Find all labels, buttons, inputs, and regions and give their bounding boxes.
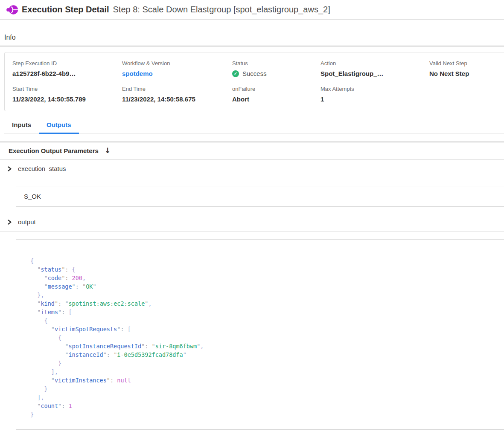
params-list: execution_status S_OK output { "status":…	[0, 160, 504, 434]
arrow-down-icon[interactable]: ↓	[105, 147, 111, 154]
info-field-label: Start Time	[12, 85, 122, 93]
info-heading: Info	[4, 34, 504, 41]
info-field: Valid Next Step No Next Step	[429, 60, 504, 78]
page-header: Execution Step Detail Step 8: Scale Down…	[0, 0, 504, 19]
info-field-value: ✓ Success	[232, 69, 320, 78]
chevron-right-icon	[7, 166, 12, 172]
info-field-value: Abort	[232, 95, 320, 103]
tabs: Inputs Outputs	[4, 117, 504, 133]
info-field: End Time 11/23/2022, 14:50:58.675	[122, 85, 232, 103]
page-subtitle: Step 8: Scale Down Elastgroup [spot_elas…	[113, 5, 330, 14]
chevron-right-icon	[7, 219, 12, 225]
info-field-label: Max Attempts	[320, 85, 429, 93]
info-field-value-text: 1	[320, 95, 324, 103]
info-field: Action Spot_Elastigroup_…	[320, 60, 429, 78]
info-field: Max Attempts 1	[320, 85, 429, 103]
param-block: output { "status": { "code": 200, "messa…	[0, 213, 504, 434]
info-field-label: Step Execution ID	[12, 60, 122, 67]
info-field: Status ✓ Success	[232, 60, 320, 78]
param-name: execution_status	[18, 165, 66, 172]
info-field-label: Status	[232, 60, 320, 67]
info-field-value: 11/23/2022, 14:50:58.675	[122, 95, 232, 103]
info-field: Step Execution ID a125728f-6b22-4b9…	[12, 60, 122, 78]
info-field-value: 11/23/2022, 14:50:55.789	[12, 95, 122, 103]
param-value-wrap: { "status": { "code": 200, "message": "O…	[0, 231, 504, 434]
info-field-label: Workflow & Version	[122, 60, 232, 67]
info-field-label: End Time	[122, 85, 232, 93]
info-field-value-text: 11/23/2022, 14:50:55.789	[12, 95, 86, 103]
info-field-value-text: 11/23/2022, 14:50:58.675	[122, 95, 195, 103]
param-block: execution_status S_OK	[0, 160, 504, 213]
info-field-value-text[interactable]: spotdemo	[122, 69, 153, 78]
success-status-icon: ✓	[232, 70, 239, 77]
info-divider	[0, 46, 504, 46]
info-field-label: Action	[320, 60, 429, 67]
info-field-value: Spot_Elastigroup_…	[320, 69, 429, 78]
info-field-value: a125728f-6b22-4b9…	[12, 69, 122, 78]
info-field-value-text: Success	[242, 69, 267, 78]
param-name: output	[18, 218, 36, 226]
info-field-label: Valid Next Step	[429, 60, 504, 67]
info-field: Start Time 11/23/2022, 14:50:55.789	[12, 85, 122, 103]
json-output-code: { "status": { "code": 200, "message": "O…	[30, 257, 504, 419]
param-value-wrap: S_OK	[0, 178, 504, 213]
info-field-value-text: No Next Step	[429, 69, 469, 78]
info-field-value-text: Abort	[232, 95, 249, 103]
param-value-box: S_OK	[16, 186, 504, 207]
param-header-execution_status[interactable]: execution_status	[0, 160, 504, 178]
info-field: Workflow & Version spotdemo	[122, 60, 232, 78]
info-field-value: spotdemo	[122, 69, 232, 78]
param-header-output[interactable]: output	[0, 213, 504, 231]
output-parameters-title: Execution Output Parameters	[9, 147, 99, 154]
page-title: Execution Step Detail	[22, 5, 109, 14]
param-value-box: { "status": { "code": 200, "message": "O…	[16, 239, 504, 430]
info-field-value-text: Spot_Elastigroup_…	[320, 69, 384, 78]
info-field-value: 1	[320, 95, 429, 103]
spot-logo-icon	[6, 5, 18, 15]
info-card: Step Execution ID a125728f-6b22-4b9… Wor…	[4, 52, 504, 111]
header-divider	[0, 19, 504, 20]
tab-outputs[interactable]: Outputs	[39, 117, 79, 134]
tab-inputs[interactable]: Inputs	[4, 117, 39, 134]
info-field: onFailure Abort	[232, 85, 320, 103]
output-parameters-header: Execution Output Parameters ↓	[0, 142, 504, 159]
info-field-value: No Next Step	[429, 69, 504, 78]
info-field-label: onFailure	[232, 85, 320, 93]
info-field-value-text: a125728f-6b22-4b9…	[12, 69, 76, 78]
